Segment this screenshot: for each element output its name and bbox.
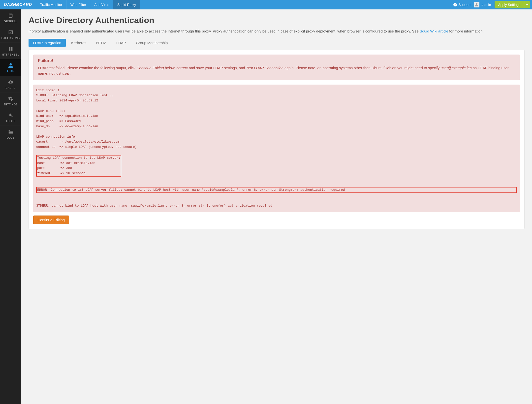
sidebar-item-label: GENERAL bbox=[1, 20, 20, 23]
failure-heading: Failure! bbox=[38, 58, 515, 63]
sidebar-item-label: CACHE bbox=[1, 86, 20, 89]
sidebar: GENERALEXCLUSIONSHTTPS / SSLAUTHCACHESET… bbox=[0, 9, 21, 404]
grid-icon bbox=[1, 46, 20, 52]
support-label: Support bbox=[458, 3, 470, 7]
topnav-item-web-filter[interactable]: Web Filter bbox=[66, 0, 90, 9]
tab-ldap[interactable]: LDAP bbox=[112, 39, 130, 47]
result-panel: Failure! LDAP test failed. Please examin… bbox=[29, 50, 525, 229]
failure-alert: Failure! LDAP test failed. Please examin… bbox=[33, 55, 520, 80]
main-content: Active Directory Authentication If proxy… bbox=[21, 9, 532, 404]
sidebar-item-cache[interactable]: CACHE bbox=[0, 76, 21, 93]
avatar-icon bbox=[474, 2, 479, 7]
support-link[interactable]: i Support bbox=[453, 3, 470, 7]
info-icon: i bbox=[453, 3, 457, 6]
sidebar-item-settings[interactable]: SETTINGS bbox=[0, 93, 21, 109]
sidebar-item-exclusions[interactable]: EXCLUSIONS bbox=[0, 26, 21, 43]
chevron-down-icon bbox=[526, 4, 528, 5]
squid-wiki-link[interactable]: Squid Wiki article bbox=[420, 29, 448, 33]
apply-settings-dropdown[interactable] bbox=[524, 1, 530, 8]
top-right: i Support admin Apply Settings bbox=[453, 0, 532, 9]
highlight-error: ERROR: Connection to 1st LDAP server fai… bbox=[36, 187, 517, 193]
topnav-item-traffic-monitor[interactable]: Traffic Monitor bbox=[36, 0, 66, 9]
sidebar-item-logs[interactable]: LOGS bbox=[0, 126, 21, 142]
sidebar-item-label: AUTH bbox=[1, 70, 20, 73]
user-block[interactable]: admin bbox=[474, 2, 491, 7]
page-title: Active Directory Authentication bbox=[29, 15, 525, 25]
apply-settings-group: Apply Settings bbox=[495, 1, 530, 8]
book-icon bbox=[1, 13, 20, 18]
sidebar-item-label: HTTPS / SSL bbox=[1, 53, 20, 56]
tab-ntlm[interactable]: NTLM bbox=[92, 39, 111, 47]
ldap-test-output: Exit code: 1 STDOUT: Starting LDAP Conne… bbox=[33, 85, 520, 212]
tab-ldap-integration[interactable]: LDAP Integration bbox=[29, 39, 66, 47]
tab-kerberos[interactable]: Kerberos bbox=[67, 39, 91, 47]
brand[interactable]: DASHBOARD bbox=[0, 0, 36, 9]
sidebar-item-label: TOOLS bbox=[1, 120, 20, 123]
user-icon bbox=[1, 63, 20, 68]
top-bar: DASHBOARD Traffic MonitorWeb FilterAnti … bbox=[0, 0, 532, 9]
highlight-connection-info: Testing LDAP connection to 1st LDAP serv… bbox=[36, 155, 121, 177]
auth-tabs: LDAP IntegrationKerberosNTLMLDAPGroup Me… bbox=[29, 39, 525, 47]
sidebar-item-tools[interactable]: TOOLS bbox=[0, 109, 21, 126]
check-icon bbox=[1, 30, 20, 35]
failure-text: LDAP test failed. Please examine the fol… bbox=[38, 65, 515, 76]
wrench-icon bbox=[1, 113, 20, 118]
sidebar-item-label: LOGS bbox=[1, 136, 20, 139]
sidebar-item-label: SETTINGS bbox=[1, 103, 20, 106]
sidebar-item-general[interactable]: GENERAL bbox=[0, 9, 21, 26]
sidebar-item-label: EXCLUSIONS bbox=[1, 36, 20, 39]
topnav-item-squid-proxy[interactable]: Squid Proxy bbox=[113, 0, 140, 9]
tab-group-membership[interactable]: Group Membership bbox=[131, 39, 172, 47]
gear-icon bbox=[1, 96, 20, 101]
apply-settings-button[interactable]: Apply Settings bbox=[495, 1, 524, 8]
cloud-icon bbox=[1, 79, 20, 85]
sidebar-item-auth[interactable]: AUTH bbox=[0, 59, 21, 76]
page-description: If proxy authentication is enabled only … bbox=[29, 29, 525, 34]
continue-editing-button[interactable]: Continue Editing bbox=[33, 216, 69, 224]
user-name: admin bbox=[481, 3, 491, 7]
folder-icon bbox=[1, 129, 20, 135]
topnav-item-anti-virus[interactable]: Anti Virus bbox=[90, 0, 113, 9]
top-nav: Traffic MonitorWeb FilterAnti VirusSquid… bbox=[36, 0, 140, 9]
sidebar-item-https-ssl[interactable]: HTTPS / SSL bbox=[0, 43, 21, 59]
